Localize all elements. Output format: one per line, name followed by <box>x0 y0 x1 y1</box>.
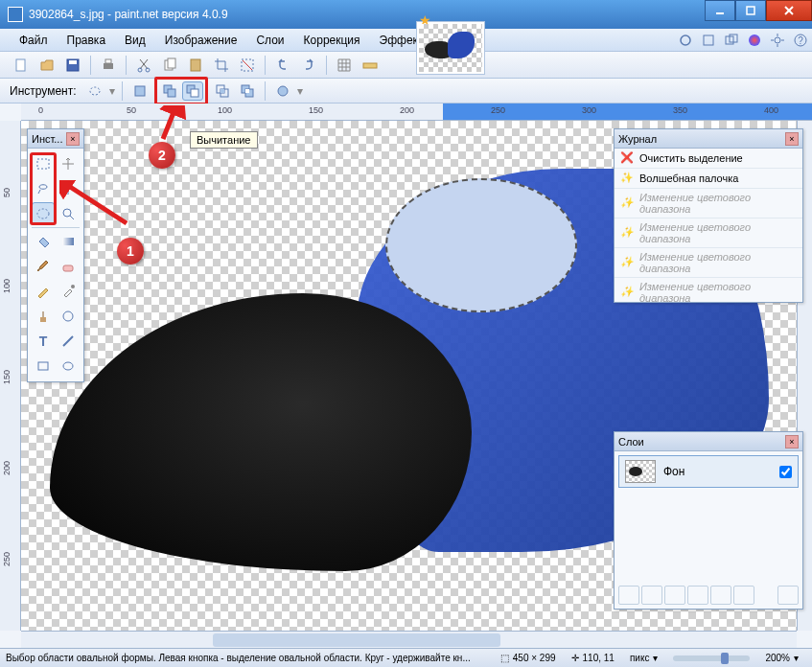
status-hint: Выбор области овальной формы. Левая кноп… <box>6 653 493 663</box>
titlebar: 3902864_s.jpg - paint.net версия 4.0.9 <box>0 0 812 29</box>
tool-recolor-icon[interactable] <box>57 305 80 328</box>
statusbar: Выбор области овальной формы. Левая кноп… <box>0 648 812 667</box>
svg-text:T: T <box>39 334 48 349</box>
undo-icon[interactable] <box>271 54 294 77</box>
mode-subtract-icon[interactable] <box>182 81 203 101</box>
tool-eraser-icon[interactable] <box>57 255 80 278</box>
mode-intersect-icon[interactable] <box>212 81 233 101</box>
flood-mode-icon[interactable] <box>272 81 293 101</box>
main-toolbar <box>0 52 812 79</box>
layer-down-icon[interactable] <box>733 586 754 605</box>
new-icon[interactable] <box>10 54 33 77</box>
status-dims: ⬚ 450 × 299 <box>500 653 556 663</box>
tool-brush-icon[interactable] <box>32 255 55 278</box>
layers-panel-close-icon[interactable]: × <box>785 435 799 448</box>
history-panel-close-icon[interactable]: × <box>785 132 799 146</box>
history-item[interactable]: ✨Волшебная палочка <box>615 169 802 189</box>
cut-icon[interactable] <box>132 54 155 77</box>
svg-point-51 <box>63 362 73 370</box>
mode-replace-icon[interactable] <box>129 81 151 101</box>
grid-icon[interactable] <box>333 54 356 77</box>
mode-add-icon[interactable] <box>159 81 180 101</box>
tool-selector-icon[interactable] <box>84 81 105 101</box>
layer-props-icon[interactable] <box>777 586 799 605</box>
menu-image[interactable]: Изображение <box>155 31 247 50</box>
layer-duplicate-icon[interactable] <box>664 586 685 605</box>
tool-clone-icon[interactable] <box>32 305 55 328</box>
canvas-selection-marquee <box>385 178 577 312</box>
copy-icon[interactable] <box>158 54 181 77</box>
instrument-bar: Инструмент: ▾ ▾ <box>0 79 812 104</box>
svg-rect-43 <box>63 265 73 271</box>
history-item[interactable]: ❌Очистить выделение <box>615 149 802 169</box>
tool-move-selection-icon[interactable] <box>57 152 80 175</box>
history-item[interactable]: ✨Изменение цветового диапазона <box>615 218 802 248</box>
layer-delete-icon[interactable] <box>641 586 662 605</box>
canvas-image-black-shoe <box>50 293 472 571</box>
deselect-icon[interactable] <box>236 54 259 77</box>
zoom-slider[interactable] <box>673 656 750 661</box>
svg-rect-15 <box>104 63 113 69</box>
tool-text-icon[interactable]: T <box>32 330 55 353</box>
wand-icon: ✨ <box>620 226 634 240</box>
tool-shape-icon[interactable] <box>57 355 80 378</box>
tool-line-icon[interactable] <box>57 330 80 353</box>
tool-lasso-icon[interactable] <box>32 177 55 200</box>
tool-pencil-icon[interactable] <box>32 280 55 303</box>
tool-fill-icon[interactable] <box>32 230 55 253</box>
ruler-icon[interactable] <box>359 54 382 77</box>
status-coords: ✛ 110, 11 <box>571 653 615 663</box>
util-help-icon[interactable]: ? <box>790 30 811 51</box>
util-history-icon[interactable] <box>698 30 719 51</box>
history-item[interactable]: ✨Изменение цветового диапазона <box>615 189 802 218</box>
clear-icon: ❌ <box>620 151 634 165</box>
tool-rect-select-icon[interactable] <box>32 152 55 175</box>
layer-up-icon[interactable] <box>710 586 731 605</box>
util-tools-icon[interactable] <box>675 30 696 51</box>
wand-icon: ✨ <box>620 256 634 269</box>
layers-panel[interactable]: Слои × Фон <box>614 431 803 610</box>
util-colors-icon[interactable] <box>744 30 765 51</box>
redo-icon[interactable] <box>297 54 320 77</box>
menu-adjust[interactable]: Коррекция <box>294 31 370 50</box>
menu-layers[interactable]: Слои <box>246 31 293 50</box>
wand-icon: ✨ <box>620 196 634 210</box>
util-layers-icon[interactable] <box>721 30 742 51</box>
annotation-badge-2: 2 <box>149 142 175 169</box>
crop-icon[interactable] <box>210 54 233 77</box>
layer-merge-icon[interactable] <box>687 586 708 605</box>
layer-add-icon[interactable] <box>618 586 639 605</box>
history-panel[interactable]: Журнал × ❌Очистить выделение ✨Волшебная … <box>614 128 803 303</box>
print-icon[interactable] <box>97 54 120 77</box>
svg-rect-33 <box>220 89 224 93</box>
svg-rect-21 <box>191 59 200 71</box>
history-item[interactable]: ✨Изменение цветового диапазона <box>615 278 802 302</box>
tool-ellipse-select-icon[interactable] <box>32 202 55 225</box>
save-icon[interactable] <box>61 54 84 77</box>
mode-xor-icon[interactable] <box>237 81 258 101</box>
maximize-button[interactable] <box>735 0 766 21</box>
open-icon[interactable] <box>35 54 58 77</box>
layer-row[interactable]: Фон <box>618 455 799 488</box>
layer-visible-checkbox[interactable] <box>779 466 792 478</box>
status-zoom[interactable]: 200% ▾ <box>765 653 799 663</box>
tools-panel-close-icon[interactable]: × <box>66 132 80 146</box>
tool-picker-icon[interactable] <box>57 280 80 303</box>
scrollbar-horizontal[interactable] <box>21 631 797 648</box>
util-settings-icon[interactable] <box>767 30 788 51</box>
menu-view[interactable]: Вид <box>115 31 155 50</box>
history-item[interactable]: ✨Изменение цветового диапазона <box>615 248 802 278</box>
menubar: Файл Правка Вид Изображение Слои Коррекц… <box>0 29 812 52</box>
tool-gradient-icon[interactable] <box>57 230 80 253</box>
annotation-arrow-1 <box>59 180 136 228</box>
paste-icon[interactable] <box>184 54 207 77</box>
svg-rect-42 <box>62 238 74 245</box>
tool-rect-icon[interactable] <box>32 355 55 378</box>
minimize-button[interactable] <box>705 0 735 21</box>
menu-file[interactable]: Файл <box>10 31 58 50</box>
menu-edit[interactable]: Правка <box>58 31 116 50</box>
image-tab[interactable]: ★ <box>416 21 485 75</box>
status-unit[interactable]: пикс ▾ <box>630 653 659 663</box>
close-button[interactable] <box>766 0 812 21</box>
tools-panel[interactable]: Инст... × T <box>27 128 84 382</box>
